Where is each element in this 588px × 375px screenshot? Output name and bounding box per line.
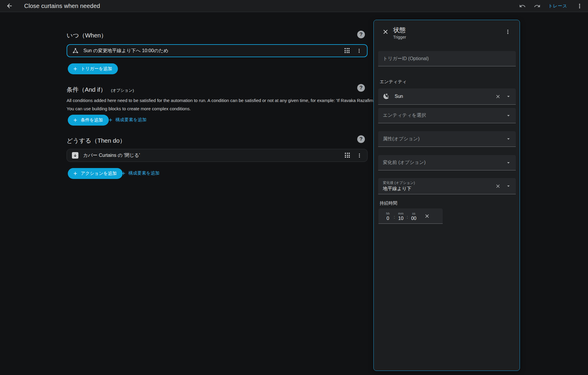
close-icon <box>424 213 430 219</box>
drag-handle-icon[interactable] <box>345 48 350 53</box>
panel-menu-button[interactable] <box>504 28 512 36</box>
dots-vertical-icon <box>505 29 511 35</box>
add-building-block-actions-label: 構成要素を追加 <box>129 170 159 176</box>
menu-down-icon <box>505 93 511 99</box>
duration-clear-button[interactable] <box>423 212 431 220</box>
entity-picker-caret[interactable] <box>505 112 512 119</box>
plus-icon <box>73 117 78 123</box>
trigger-row[interactable]: Sun の変更地平線より下へ 10:00のため <box>67 44 368 57</box>
conditions-heading-text: 条件（And if） <box>67 86 106 93</box>
overflow-menu-button[interactable] <box>575 1 584 10</box>
dots-vertical-icon <box>356 48 362 54</box>
state-trigger-icon <box>72 47 79 54</box>
attribute-placeholder: 属性(オプション) <box>383 136 420 142</box>
page-title: Close curtains when needed <box>24 3 100 9</box>
undo-button[interactable] <box>518 1 527 10</box>
close-icon <box>382 28 389 35</box>
panel-close-button[interactable] <box>381 28 390 36</box>
menu-down-icon <box>505 183 511 189</box>
to-state-value: 地平線より下 <box>383 186 411 192</box>
ss-label: ss <box>412 212 415 216</box>
entity-clear-button[interactable] <box>495 93 501 100</box>
menu-down-icon <box>505 136 511 142</box>
mm-label: mm <box>398 212 403 216</box>
to-state-field[interactable]: 変化後 (オプション) 地平線より下 <box>378 178 516 194</box>
when-help-icon[interactable]: ? <box>357 31 365 38</box>
add-building-block-actions[interactable]: 構成要素を追加 <box>121 170 159 176</box>
add-action-label: アクションを追加 <box>81 171 117 176</box>
entity-picker-placeholder: エンティティを選択 <box>383 112 426 119</box>
then-help-icon[interactable]: ? <box>357 135 365 143</box>
action-summary: カバー Curtains の '閉じる' <box>83 152 140 159</box>
undo-icon <box>519 3 526 9</box>
conditions-heading: 条件（And if）(オプション) <box>67 85 134 94</box>
from-state-field[interactable]: 変化前 (オプション) <box>378 155 516 170</box>
add-building-block-conditions-label: 構成要素を追加 <box>116 117 146 123</box>
menu-down-icon <box>505 160 511 166</box>
hh-value[interactable]: 0 <box>387 216 389 221</box>
top-app-bar: Close curtains when needed トレース <box>0 0 588 12</box>
entity-dropdown-caret[interactable] <box>505 93 512 100</box>
conditions-description: All conditions added here need to be sat… <box>67 96 413 113</box>
redo-button[interactable] <box>533 1 542 10</box>
attribute-caret[interactable] <box>505 136 512 142</box>
mm-value[interactable]: 10 <box>398 216 403 221</box>
trigger-summary: Sun の変更地平線より下へ 10:00のため <box>83 48 168 54</box>
duration-hours[interactable]: hh 0 <box>383 211 393 221</box>
hh-label: hh <box>386 212 390 216</box>
duration-seconds[interactable]: ss 00 <box>409 211 419 221</box>
cover-close-icon <box>72 152 79 159</box>
trace-link[interactable]: トレース <box>548 3 567 9</box>
duration-field[interactable]: hh 0 : mm 10 : ss 00 <box>378 208 443 224</box>
trigger-id-field[interactable] <box>378 51 516 66</box>
duration-colon: : <box>407 215 408 219</box>
when-heading: いつ（When） <box>67 31 107 40</box>
ss-value[interactable]: 00 <box>411 216 416 221</box>
weather-night-icon <box>383 93 390 100</box>
add-trigger-button[interactable]: トリガーを追加 <box>68 63 118 74</box>
panel-title: 状態 <box>393 26 406 34</box>
arrow-left-icon <box>6 2 13 9</box>
panel-subtitle: Trigger <box>393 35 406 40</box>
close-icon <box>495 183 501 189</box>
entity-field[interactable]: Sun <box>378 88 516 105</box>
back-button[interactable] <box>5 2 14 10</box>
plus-icon <box>121 171 126 176</box>
entity-picker-field[interactable]: エンティティを選択 <box>378 108 516 123</box>
dots-vertical-icon <box>576 3 583 9</box>
duration-label: 持続時間 <box>380 200 397 206</box>
add-building-block-conditions[interactable]: 構成要素を追加 <box>108 117 146 123</box>
duration-colon: : <box>394 215 395 219</box>
dots-vertical-icon <box>356 152 363 159</box>
entity-section-label: エンティティ <box>380 79 407 85</box>
trigger-id-input[interactable] <box>383 56 511 61</box>
duration-minutes[interactable]: mm 10 <box>396 211 406 221</box>
add-trigger-label: トリガーを追加 <box>81 66 112 72</box>
add-action-button[interactable]: アクションを追加 <box>68 168 123 179</box>
to-state-clear-button[interactable] <box>495 183 501 189</box>
then-heading: どうする（Then do） <box>67 136 126 145</box>
menu-down-icon <box>505 113 511 119</box>
add-condition-button[interactable]: 条件を追加 <box>68 115 109 126</box>
to-state-label: 変化後 (オプション) <box>383 180 415 185</box>
conditions-optional-label: (オプション) <box>111 88 134 93</box>
drag-handle-icon[interactable] <box>345 153 350 158</box>
add-condition-label: 条件を追加 <box>81 117 103 123</box>
close-icon <box>495 94 501 99</box>
attribute-field[interactable]: 属性(オプション) <box>378 131 516 147</box>
plus-icon <box>108 117 113 123</box>
from-state-placeholder: 変化前 (オプション) <box>383 159 426 166</box>
redo-icon <box>534 3 541 9</box>
plus-icon <box>73 171 78 176</box>
action-row[interactable]: カバー Curtains の '閉じる' <box>67 149 368 162</box>
plus-icon <box>73 66 78 72</box>
action-row-menu-button[interactable] <box>355 152 363 159</box>
conditions-help-icon[interactable]: ? <box>357 84 365 92</box>
trigger-editor-panel: 状態 Trigger エンティティ Sun エンティティを選択 <box>373 20 520 371</box>
trigger-row-menu-button[interactable] <box>355 47 363 55</box>
to-state-caret[interactable] <box>505 183 512 189</box>
from-state-caret[interactable] <box>505 159 512 166</box>
entity-value: Sun <box>395 94 403 99</box>
